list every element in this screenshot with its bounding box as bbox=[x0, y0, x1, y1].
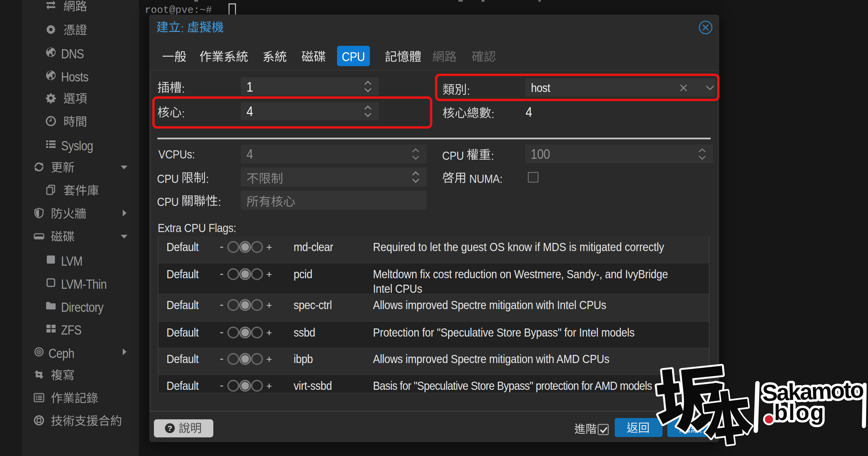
svg-text:+: + bbox=[266, 269, 272, 280]
svg-text:-: - bbox=[220, 267, 223, 280]
svg-text:-: - bbox=[220, 240, 223, 253]
svg-text:-: - bbox=[220, 325, 223, 338]
svg-text:?: ? bbox=[167, 424, 172, 433]
svg-text:-: - bbox=[220, 352, 223, 365]
svg-text:+: + bbox=[266, 380, 272, 392]
svg-text:+: + bbox=[266, 242, 272, 253]
svg-text:+: + bbox=[266, 300, 272, 311]
svg-text:blog: blog bbox=[774, 400, 825, 425]
svg-text:-: - bbox=[220, 298, 223, 311]
svg-text:+: + bbox=[266, 354, 272, 365]
svg-text:+: + bbox=[266, 327, 272, 338]
svg-text:-: - bbox=[220, 379, 223, 392]
